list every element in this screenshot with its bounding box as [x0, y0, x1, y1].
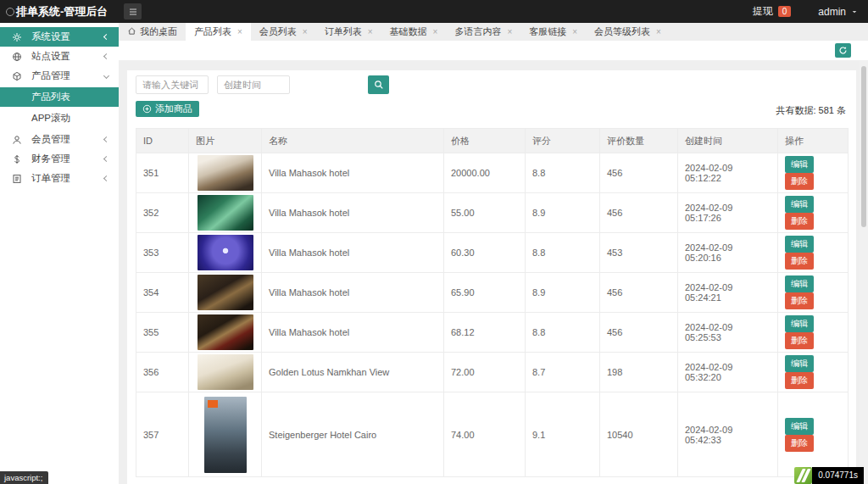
tab-多语言内容[interactable]: 多语言内容×	[446, 23, 520, 41]
table-row: 354Villa Mahasok hotel65.908.94562024-02…	[136, 273, 849, 313]
tab-会员列表[interactable]: 会员列表×	[251, 23, 316, 41]
order-icon	[12, 174, 22, 184]
tab-close-icon[interactable]: ×	[303, 28, 308, 36]
tab-订单列表[interactable]: 订单列表×	[316, 23, 381, 41]
cell-name: Villa Mahasok hotel	[262, 273, 444, 313]
app-title: 排单系统-管理后台	[16, 4, 108, 19]
product-image[interactable]	[204, 397, 247, 473]
tab-close-icon[interactable]: ×	[368, 28, 373, 36]
menu-toggle-button[interactable]	[124, 3, 142, 19]
tab-close-icon[interactable]: ×	[237, 28, 242, 36]
delete-button[interactable]: 删除	[785, 435, 814, 452]
sidebar-item-订单管理[interactable]: 订单管理	[0, 169, 119, 188]
product-image[interactable]	[198, 195, 253, 231]
delete-button[interactable]: 删除	[785, 213, 814, 230]
table-row: 356Golden Lotus Namkhan View72.008.71982…	[136, 353, 849, 392]
cell-image	[189, 153, 262, 193]
delete-button[interactable]: 删除	[785, 253, 814, 270]
topbar-right: 提现 0 admin	[753, 4, 868, 19]
cell-actions: 编辑删除	[778, 353, 849, 392]
tab-产品列表[interactable]: 产品列表×	[186, 23, 251, 41]
cell-id: 357	[136, 392, 189, 477]
vertical-scrollbar-thumb[interactable]	[861, 66, 866, 227]
user-menu[interactable]: admin	[818, 6, 846, 18]
product-image[interactable]	[198, 155, 253, 191]
keyword-input[interactable]	[136, 75, 209, 94]
edit-button[interactable]: 编辑	[785, 196, 814, 213]
total-count-text: 共有数据: 581 条	[776, 104, 848, 117]
column-header-评价数量: 评价数量	[600, 129, 678, 153]
withdraw-link[interactable]: 提现	[753, 4, 773, 19]
chevron-left-icon	[103, 34, 109, 40]
product-image[interactable]	[198, 275, 253, 310]
cell-rating: 8.9	[526, 193, 600, 233]
cell-rating: 8.8	[526, 233, 600, 273]
cell-id: 354	[136, 273, 189, 313]
chevron-left-icon	[103, 156, 109, 162]
cell-name: Villa Mahasok hotel	[262, 313, 444, 353]
chevron-left-icon	[103, 175, 109, 181]
add-product-button[interactable]: 添加商品	[136, 101, 199, 117]
withdraw-count-badge[interactable]: 0	[778, 6, 792, 17]
sidebar-item-站点设置[interactable]: 站点设置	[0, 47, 119, 66]
cell-created: 2024-02-09 05:25:53	[678, 313, 778, 353]
create-time-input[interactable]	[217, 75, 290, 94]
search-row	[136, 75, 848, 94]
edit-button[interactable]: 编辑	[785, 418, 814, 435]
sidebar-item-label: 站点设置	[31, 50, 104, 63]
column-header-ID: ID	[136, 129, 189, 153]
tab-bar: 我的桌面产品列表×会员列表×订单列表×基础数据×多语言内容×客服链接×会员等级列…	[119, 23, 868, 41]
column-header-名称: 名称	[262, 129, 444, 153]
product-list-panel: 添加商品 共有数据: 581 条 ID图片名称价格评分评价数量创建时间操作 35…	[127, 70, 856, 484]
cell-id: 353	[136, 233, 189, 273]
tab-客服链接[interactable]: 客服链接×	[520, 23, 586, 41]
cell-name: Villa Mahasok hotel	[262, 193, 444, 233]
site-icon	[12, 52, 22, 62]
tab-close-icon[interactable]: ×	[572, 28, 577, 36]
tab-close-icon[interactable]: ×	[507, 28, 512, 36]
search-button[interactable]	[368, 75, 389, 94]
delete-button[interactable]: 删除	[785, 372, 814, 389]
tab-label: 客服链接	[529, 25, 566, 38]
caret-down-icon	[851, 8, 858, 15]
edit-button[interactable]: 编辑	[785, 275, 814, 292]
cell-reviews: 453	[600, 233, 678, 273]
cell-reviews: 456	[600, 313, 678, 353]
product-image[interactable]	[198, 314, 253, 350]
cell-price: 74.00	[444, 392, 526, 477]
cell-actions: 编辑删除	[778, 233, 849, 273]
sidebar-item-产品管理[interactable]: 产品管理	[0, 66, 119, 86]
tool-strip	[119, 41, 868, 60]
cell-name: Villa Mahasok hotel	[262, 153, 444, 193]
sidebar-item-会员管理[interactable]: 会员管理	[0, 130, 119, 149]
sidebar-subitem-产品列表[interactable]: 产品列表	[0, 87, 119, 107]
cell-image	[189, 392, 262, 477]
tab-我的桌面[interactable]: 我的桌面	[119, 23, 186, 41]
edit-button[interactable]: 编辑	[785, 315, 814, 332]
cell-reviews: 10540	[600, 392, 678, 477]
cell-rating: 9.1	[526, 392, 600, 477]
vertical-scrollbar-track[interactable]	[860, 60, 868, 484]
cell-reviews: 456	[600, 153, 678, 193]
edit-button[interactable]: 编辑	[785, 156, 814, 173]
product-image[interactable]	[198, 354, 253, 390]
tab-基础数据[interactable]: 基础数据×	[381, 23, 447, 41]
refresh-button[interactable]	[835, 43, 851, 58]
product-image[interactable]	[198, 235, 253, 270]
tab-会员等级列表[interactable]: 会员等级列表×	[586, 23, 670, 41]
tab-close-icon[interactable]: ×	[656, 28, 661, 36]
cell-reviews: 198	[600, 353, 678, 392]
gear-icon	[12, 32, 22, 42]
edit-button[interactable]: 编辑	[785, 355, 814, 372]
sidebar-item-系统设置[interactable]: 系统设置	[0, 27, 119, 47]
sidebar-subitem-APP滚动[interactable]: APP滚动	[0, 108, 119, 128]
delete-button[interactable]: 删除	[785, 292, 814, 309]
table-row: 352Villa Mahasok hotel55.008.94562024-02…	[136, 193, 849, 233]
edit-button[interactable]: 编辑	[785, 236, 814, 253]
delete-button[interactable]: 删除	[785, 332, 814, 349]
tab-close-icon[interactable]: ×	[433, 28, 438, 36]
sidebar-item-财务管理[interactable]: 财务管理	[0, 149, 119, 169]
cell-created: 2024-02-09 05:42:33	[678, 392, 778, 477]
debug-trace-icon[interactable]	[794, 467, 812, 484]
delete-button[interactable]: 删除	[785, 173, 814, 190]
